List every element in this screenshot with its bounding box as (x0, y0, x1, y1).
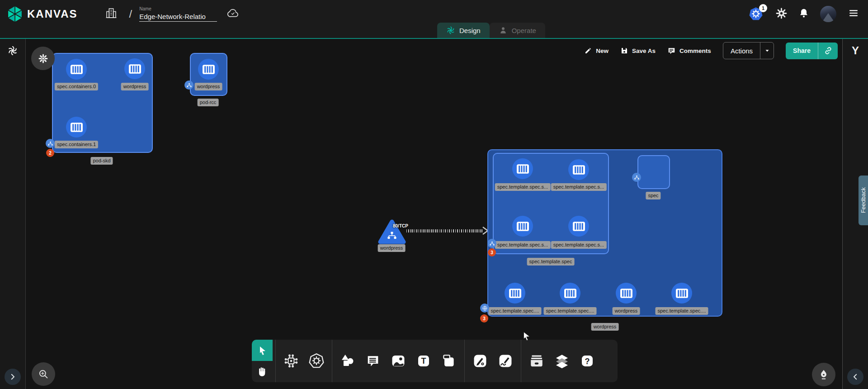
design-canvas[interactable]: New Save As Comments (26, 39, 842, 389)
pencil-icon (584, 47, 592, 55)
notifications-bell-icon[interactable] (798, 7, 809, 21)
toolbar-divider (275, 340, 276, 382)
toolbar-divider (521, 340, 521, 382)
cloud-saved-icon (226, 7, 240, 21)
text-tool-button[interactable]: T (411, 340, 436, 382)
hamburger-menu-icon[interactable] (847, 8, 860, 20)
pencil-draw-tool-button[interactable] (493, 340, 518, 382)
layers-tool-button[interactable] (549, 340, 575, 382)
left-rail (0, 39, 26, 389)
relationship-badge-icon[interactable] (487, 239, 496, 248)
toolbar-divider (464, 340, 465, 382)
share-label: Share (786, 43, 818, 59)
relationship-badge-icon[interactable] (46, 139, 55, 148)
group-label: wordpress (591, 323, 619, 331)
organization-icon[interactable] (105, 7, 118, 21)
zoom-search-button[interactable] (32, 362, 55, 386)
container-node[interactable] (198, 59, 219, 80)
collapsed-gear-node[interactable] (31, 47, 55, 70)
help-glyph: ? (585, 357, 590, 366)
kubernetes-tool-button[interactable] (304, 340, 329, 382)
save-as-button[interactable]: Save As (620, 47, 656, 55)
comment-tool-button[interactable] (360, 340, 386, 382)
name-field-label: Name (139, 6, 217, 11)
new-button[interactable]: New (584, 47, 609, 55)
breadcrumb-separator: / (129, 8, 132, 20)
header-bar: KANVAS / Name (0, 0, 868, 39)
meshery-swirl-icon[interactable] (7, 45, 18, 58)
note-tool-button[interactable] (436, 340, 462, 382)
spec-node[interactable] (637, 155, 670, 189)
node-label: spec.template.spec.... (489, 307, 542, 315)
pen-tool-button[interactable] (467, 340, 493, 382)
container-node[interactable] (124, 58, 145, 79)
caret-down-icon[interactable] (760, 43, 774, 59)
node-label: spec.template.spec.s... (495, 241, 551, 249)
tab-design[interactable]: Design (437, 23, 490, 38)
container-node[interactable] (512, 158, 533, 179)
k8s-context-badge: 1 (759, 4, 767, 12)
container-node[interactable] (66, 59, 87, 80)
container-node[interactable] (560, 283, 580, 304)
node-label: spec.template.spec.s... (551, 183, 607, 191)
container-node[interactable] (568, 216, 589, 237)
container-node[interactable] (505, 283, 525, 304)
node-label: spec.template.spec.s... (495, 183, 551, 191)
deployment-badge-icon[interactable] (480, 304, 489, 313)
container-node[interactable] (568, 159, 589, 180)
issue-count-badge[interactable]: 3 (480, 314, 488, 323)
canvas-action-bar: New Save As Comments (584, 42, 838, 59)
node-label: wordpress (378, 244, 406, 252)
comments-label: Comments (679, 47, 711, 54)
node-label: spec.containers.0 (55, 83, 98, 90)
issue-count-badge[interactable]: 2 (46, 149, 54, 157)
drawer-tool-button[interactable] (524, 340, 549, 382)
text-tool-glyph: T (421, 356, 426, 365)
container-node[interactable] (512, 216, 533, 237)
save-as-label: Save As (632, 47, 656, 54)
k8s-context-switcher[interactable]: 1 (748, 6, 764, 22)
container-node[interactable] (616, 283, 637, 304)
pan-tool-button[interactable] (252, 361, 273, 382)
design-swirl-icon (446, 26, 455, 35)
node-label: spec.containers.1 (55, 141, 98, 148)
service-edge[interactable] (406, 229, 483, 232)
components-tool-button[interactable] (278, 340, 304, 382)
y-logo[interactable]: Y (852, 44, 859, 57)
node-label: wordpress (195, 83, 222, 90)
user-avatar[interactable] (820, 6, 836, 22)
service-node[interactable] (377, 218, 406, 245)
tab-operate-label: Operate (512, 27, 536, 34)
floppy-icon (620, 47, 628, 55)
container-node[interactable] (66, 117, 87, 138)
image-tool-button[interactable] (386, 340, 411, 382)
actions-dropdown-button[interactable]: Actions (723, 42, 774, 59)
group-label: spec.template.spec (527, 258, 575, 266)
help-tool-button[interactable]: ? (575, 340, 600, 382)
node-label: spec.template.spec.s... (551, 241, 607, 249)
expand-right-panel-button[interactable] (847, 369, 863, 385)
mode-tabs: Design Operate (437, 23, 545, 38)
pen-nib-button[interactable] (812, 363, 835, 386)
relationship-badge-icon[interactable] (632, 173, 641, 182)
expand-left-panel-button[interactable] (5, 369, 21, 385)
group-label: pod-rcc (198, 99, 219, 106)
new-label: New (596, 47, 609, 54)
shapes-tool-button[interactable] (335, 340, 360, 382)
comments-button[interactable]: Comments (667, 47, 711, 55)
issue-count-badge[interactable]: 3 (488, 248, 496, 256)
settings-gear-icon[interactable] (775, 7, 788, 21)
group-spec-template-spec[interactable] (493, 153, 609, 254)
design-name-block: Name (139, 6, 217, 22)
kanvas-logo-icon (6, 5, 24, 24)
relationship-badge-icon[interactable] (184, 81, 193, 90)
share-button[interactable]: Share (786, 43, 838, 59)
select-tool-button[interactable] (252, 340, 273, 361)
container-node[interactable] (671, 283, 692, 304)
feedback-tab[interactable]: Feedback (859, 176, 868, 225)
kanvas-app: KANVAS / Name (0, 0, 868, 389)
design-name-input[interactable] (139, 12, 217, 22)
kanvas-logo[interactable]: KANVAS (6, 5, 78, 24)
tab-operate[interactable]: Operate (490, 23, 545, 38)
copy-link-icon[interactable] (818, 43, 838, 59)
